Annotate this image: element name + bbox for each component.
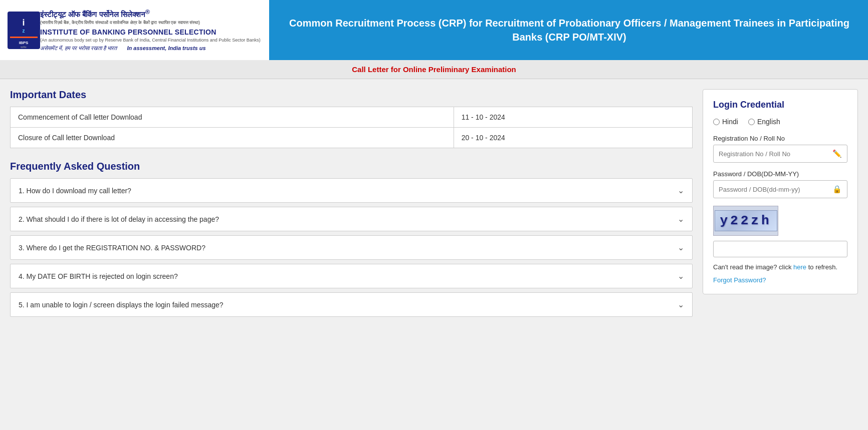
taglines: असेसमेंट में, हम पर भरोसा रखता है भारत I… bbox=[40, 45, 262, 52]
logo-section: i z IBPS प्रतीक इंस्टीट्यूट ऑफ बैंकिंग प… bbox=[0, 0, 271, 60]
captcha-text: y22zh bbox=[715, 210, 777, 231]
page-header: i z IBPS प्रतीक इंस्टीट्यूट ऑफ बैंकिंग प… bbox=[0, 0, 868, 60]
password-input-wrapper: 🔒 bbox=[713, 180, 847, 198]
faq-item[interactable]: 5. I am unable to login / screen display… bbox=[10, 292, 693, 317]
svg-text:i: i bbox=[22, 18, 25, 28]
chevron-down-icon: ⌄ bbox=[678, 300, 684, 309]
chevron-down-icon: ⌄ bbox=[678, 214, 684, 224]
registration-input[interactable] bbox=[714, 146, 827, 162]
faq-title: Frequently Asked Question bbox=[10, 161, 693, 172]
org-name-english: INSTITUTE OF BANKING PERSONNEL SELECTION bbox=[40, 28, 262, 36]
org-name-hindi: इंस्टीट्यूट ऑफ बैंकिंग पर्सोनेल सिलेक्शन… bbox=[40, 9, 262, 19]
important-dates-title: Important Dates bbox=[10, 89, 693, 101]
faq-question-text: 3. Where do I get the REGISTRATION NO. &… bbox=[19, 244, 205, 252]
forgot-password-link[interactable]: Forgot Password? bbox=[713, 276, 847, 284]
tagline-english: In assessment, India trusts us bbox=[127, 45, 205, 52]
faq-question[interactable]: 4. My DATE OF BIRTH is rejected on login… bbox=[11, 264, 692, 288]
faq-question[interactable]: 3. Where do I get the REGISTRATION NO. &… bbox=[11, 236, 692, 259]
svg-text:प्रतीक: प्रतीक bbox=[20, 46, 27, 49]
org-sub-hindi: (भारतीय रिज़र्व बैंक, केंद्रीय वित्तीय स… bbox=[40, 20, 262, 26]
faq-question-text: 2. What should I do if there is lot of d… bbox=[19, 215, 219, 223]
faq-question-text: 4. My DATE OF BIRTH is rejected on login… bbox=[19, 272, 178, 280]
password-label: Password / DOB(DD-MM-YY) bbox=[713, 170, 847, 178]
faq-question[interactable]: 1. How do I download my call letter? ⌄ bbox=[11, 179, 692, 202]
ibps-logo-icon: i z IBPS प्रतीक bbox=[8, 12, 40, 49]
registration-input-wrapper: ✏️ bbox=[713, 145, 847, 163]
sub-header-bar: Call Letter for Online Preliminary Exami… bbox=[0, 60, 868, 79]
left-content: Important Dates Commencement of Call let… bbox=[10, 89, 693, 321]
chevron-down-icon: ⌄ bbox=[678, 271, 684, 281]
logo-text-block: इंस्टीट्यूट ऑफ बैंकिंग पर्सोनेल सिलेक्शन… bbox=[40, 9, 262, 52]
important-dates-table: Commencement of Call letter Download 11 … bbox=[10, 107, 693, 148]
captcha-refresh-text: Can't read the image? click here to refr… bbox=[713, 262, 847, 272]
edit-icon: ✏️ bbox=[827, 145, 847, 162]
password-input[interactable] bbox=[714, 181, 827, 198]
tagline-hindi: असेसमेंट में, हम पर भरोसा रखता है भारत bbox=[40, 45, 117, 52]
table-row: Closure of Call letter Download 20 - 10 … bbox=[11, 128, 693, 148]
svg-rect-3 bbox=[10, 37, 38, 38]
hindi-option[interactable]: Hindi bbox=[713, 118, 738, 126]
org-sub-english: (An autonomous body set up by Reserve Ba… bbox=[40, 38, 262, 43]
english-radio[interactable] bbox=[748, 119, 755, 125]
language-options: Hindi English bbox=[713, 118, 847, 126]
faq-question[interactable]: 5. I am unable to login / screen display… bbox=[11, 293, 692, 316]
english-label: English bbox=[757, 118, 780, 126]
lock-icon: 🔒 bbox=[827, 181, 847, 198]
main-layout: Important Dates Commencement of Call let… bbox=[0, 79, 868, 331]
page-header-title: Common Recruitment Process (CRP) for Rec… bbox=[271, 0, 868, 60]
english-option[interactable]: English bbox=[748, 118, 780, 126]
faq-item[interactable]: 3. Where do I get the REGISTRATION NO. &… bbox=[10, 235, 693, 260]
date-value: 20 - 10 - 2024 bbox=[454, 128, 692, 148]
date-label: Closure of Call letter Download bbox=[11, 128, 454, 148]
date-label: Commencement of Call letter Download bbox=[11, 107, 454, 128]
faq-question[interactable]: 2. What should I do if there is lot of d… bbox=[11, 207, 692, 231]
captcha-image: y22zh bbox=[713, 206, 778, 236]
svg-text:z: z bbox=[23, 28, 25, 34]
captcha-input[interactable] bbox=[713, 241, 847, 257]
date-value: 11 - 10 - 2024 bbox=[454, 107, 692, 128]
faq-item[interactable]: 2. What should I do if there is lot of d… bbox=[10, 207, 693, 231]
chevron-down-icon: ⌄ bbox=[678, 243, 684, 252]
faq-question-text: 5. I am unable to login / screen display… bbox=[19, 301, 224, 309]
sub-header-text: Call Letter for Online Preliminary Exami… bbox=[352, 65, 516, 74]
captcha-refresh-link[interactable]: here bbox=[793, 263, 806, 271]
faq-item[interactable]: 4. My DATE OF BIRTH is rejected on login… bbox=[10, 264, 693, 288]
registration-label: Registration No / Roll No bbox=[713, 135, 847, 142]
svg-text:IBPS: IBPS bbox=[19, 41, 29, 45]
hindi-label: Hindi bbox=[722, 118, 738, 126]
faq-list: 1. How do I download my call letter? ⌄ 2… bbox=[10, 178, 693, 317]
table-row: Commencement of Call letter Download 11 … bbox=[11, 107, 693, 128]
faq-question-text: 1. How do I download my call letter? bbox=[19, 187, 131, 195]
hindi-radio[interactable] bbox=[713, 119, 720, 125]
faq-item[interactable]: 1. How do I download my call letter? ⌄ bbox=[10, 178, 693, 203]
login-title: Login Credential bbox=[713, 100, 847, 110]
chevron-down-icon: ⌄ bbox=[678, 186, 684, 195]
login-panel: Login Credential Hindi English Registrat… bbox=[703, 89, 858, 294]
